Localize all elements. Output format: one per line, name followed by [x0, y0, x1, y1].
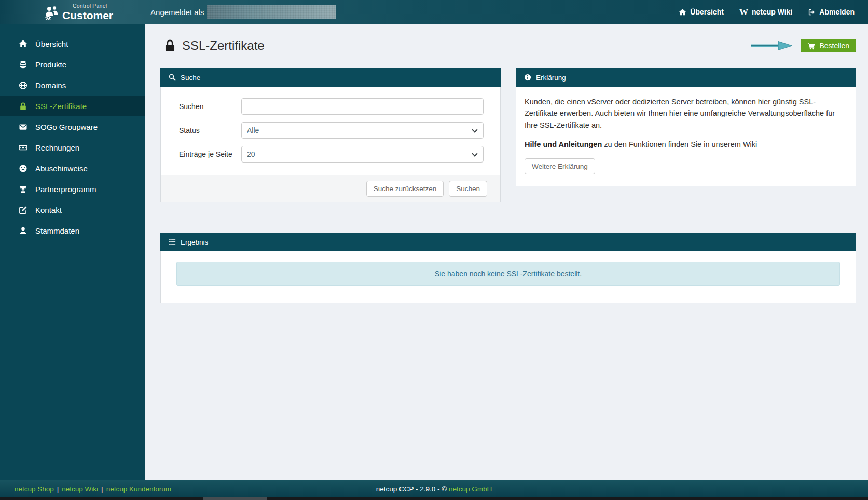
sidebar-item-sogo-groupware[interactable]: SOGo Groupware [0, 116, 145, 137]
more-explanation-button[interactable]: Weitere Erklärung [525, 158, 595, 174]
status-select[interactable]: Alle [241, 122, 484, 139]
footer-links: netcup Shop | netcup Wiki | netcup Kunde… [15, 485, 171, 493]
sidebar-item-abusehinweise[interactable]: Abusehinweise [0, 158, 145, 179]
trophy-icon [19, 185, 27, 194]
footer-link-netcup-gmbh[interactable]: netcup GmbH [449, 485, 492, 493]
banknote-icon [19, 143, 27, 152]
envelope-icon [19, 123, 27, 131]
sign-out-icon [808, 8, 816, 16]
edit-icon [19, 206, 27, 214]
redacted-username [207, 5, 336, 19]
bestellen-button[interactable]: Bestellen [801, 39, 856, 52]
home-icon [19, 39, 27, 48]
topbar: Control Panel Customer Angemeldet als Üb… [0, 0, 868, 24]
search-icon [169, 74, 176, 81]
lock-icon [164, 39, 175, 52]
footer-link-netcup-kundenforum[interactable]: netcup Kundenforum [106, 485, 171, 493]
result-panel-header: Ergebnis [160, 233, 856, 251]
search-input[interactable] [241, 98, 484, 115]
page-title: SSL-Zertifikate [164, 38, 265, 53]
bottom-scrollbar [0, 497, 868, 500]
lock-icon [19, 102, 27, 111]
main-content: SSL-Zertifikate [145, 24, 868, 480]
sidebar-item-ssl-zertifikate[interactable]: SSL-Zertifikate [0, 96, 145, 116]
topbar-nav: Übersicht W netcup Wiki Abmelden [679, 8, 855, 17]
sidebar: Übersicht Produkte Domains [0, 24, 145, 480]
database-icon [19, 60, 27, 69]
frown-icon [19, 164, 27, 173]
topbar-link-netcup-wiki[interactable]: W netcup Wiki [739, 8, 792, 17]
wiki-w-icon: W [739, 8, 748, 17]
reset-search-button[interactable]: Suche zurücksetzen [366, 181, 444, 197]
search-panel-footer: Suche zurücksetzen Suchen [161, 175, 500, 202]
logo-line2: Customer [62, 10, 113, 21]
list-icon [169, 238, 176, 246]
topbar-link-abmelden[interactable]: Abmelden [808, 8, 855, 16]
footer-link-netcup-shop[interactable]: netcup Shop [15, 485, 54, 493]
search-panel: Suche Suchen Status Alle [160, 68, 501, 202]
sidebar-item-stammdaten[interactable]: Stammdaten [0, 220, 145, 241]
scrollbar-thumb[interactable] [203, 497, 267, 500]
logo-line1: Control Panel [73, 3, 113, 9]
search-panel-header: Suche [160, 68, 501, 87]
explanation-help-line: Hilfe und Anleitungen zu den Funktionen … [525, 139, 847, 150]
footer: netcup Shop | netcup Wiki | netcup Kunde… [0, 480, 868, 497]
empty-result-alert: Sie haben noch keine SSL-Zertifikate bes… [176, 262, 840, 286]
app-logo[interactable]: Control Panel Customer [44, 3, 113, 21]
sidebar-item-partnerprogramm[interactable]: Partnerprogramm [0, 179, 145, 199]
status-field-label: Status [179, 126, 241, 134]
explanation-paragraph: Kunden, die einen vServer oder dediziert… [525, 96, 847, 131]
per-page-field-label: Einträge je Seite [179, 150, 241, 158]
result-panel: Ergebnis Sie haben noch keine SSL-Zertif… [160, 233, 856, 303]
cart-icon [807, 42, 815, 50]
people-gear-icon [44, 5, 60, 21]
netcup-ccp-app: Control Panel Customer Angemeldet als Üb… [0, 0, 868, 500]
logged-in-as-label: Angemeldet als [150, 8, 204, 17]
globe-icon [19, 81, 27, 90]
per-page-select[interactable]: 20 [241, 146, 484, 163]
sidebar-item-domains[interactable]: Domains [0, 75, 145, 96]
sidebar-item-kontakt[interactable]: Kontakt [0, 199, 145, 220]
sidebar-item-uebersicht[interactable]: Übersicht [0, 33, 145, 54]
explanation-panel: Erklärung Kunden, die einen vServer oder… [516, 68, 856, 186]
user-icon [19, 226, 27, 235]
footer-link-netcup-wiki[interactable]: netcup Wiki [62, 485, 98, 493]
sidebar-item-produkte[interactable]: Produkte [0, 54, 145, 75]
search-field-label: Suchen [179, 102, 241, 111]
explanation-panel-header: Erklärung [516, 68, 856, 87]
title-row: SSL-Zertifikate [160, 31, 856, 60]
topbar-link-uebersicht[interactable]: Übersicht [679, 8, 724, 16]
submit-search-button[interactable]: Suchen [449, 181, 487, 197]
sidebar-item-rechnungen[interactable]: Rechnungen [0, 137, 145, 158]
annotation-arrow-icon [751, 40, 793, 51]
info-circle-icon [524, 74, 531, 81]
home-icon [679, 8, 686, 16]
